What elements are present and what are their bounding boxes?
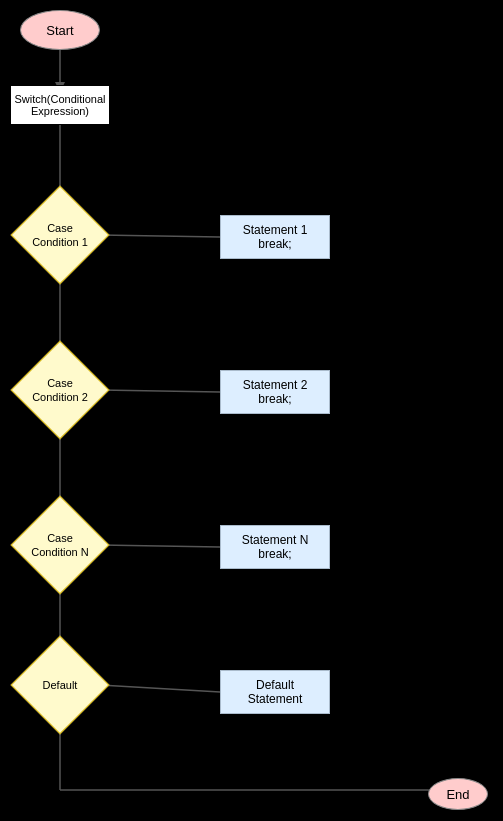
statement-label-1: Statement 1 break;	[243, 223, 308, 251]
diamond-case-3: Case Condition N	[20, 505, 100, 585]
start-label: Start	[46, 23, 73, 38]
flowchart: Start Switch(Conditional Expression) Cas…	[0, 0, 503, 821]
diamond-default: Default	[20, 645, 100, 725]
diamond-shape-1	[11, 186, 110, 285]
svg-line-5	[100, 390, 220, 392]
end-oval: End	[428, 778, 488, 810]
statement-label-3: Statement N break;	[242, 533, 309, 561]
svg-line-2	[100, 235, 220, 237]
diamond-case-2: Case Condition 2	[20, 350, 100, 430]
statement-label-2: Statement 2 break;	[243, 378, 308, 406]
statement-box-2: Statement 2 break;	[220, 370, 330, 414]
statement-box-1: Statement 1 break;	[220, 215, 330, 259]
svg-line-11	[100, 685, 220, 692]
diamond-shape-2	[11, 341, 110, 440]
diamond-shape-3	[11, 496, 110, 595]
statement-label-4: Default Statement	[248, 678, 303, 706]
switch-label: Switch(Conditional Expression)	[14, 93, 105, 117]
statement-box-4: Default Statement	[220, 670, 330, 714]
end-label: End	[446, 787, 469, 802]
start-oval: Start	[20, 10, 100, 50]
statement-box-3: Statement N break;	[220, 525, 330, 569]
diamond-case-1: Case Condition 1	[20, 195, 100, 275]
diamond-shape-4	[11, 636, 110, 735]
switch-box: Switch(Conditional Expression)	[10, 85, 110, 125]
svg-line-8	[100, 545, 220, 547]
